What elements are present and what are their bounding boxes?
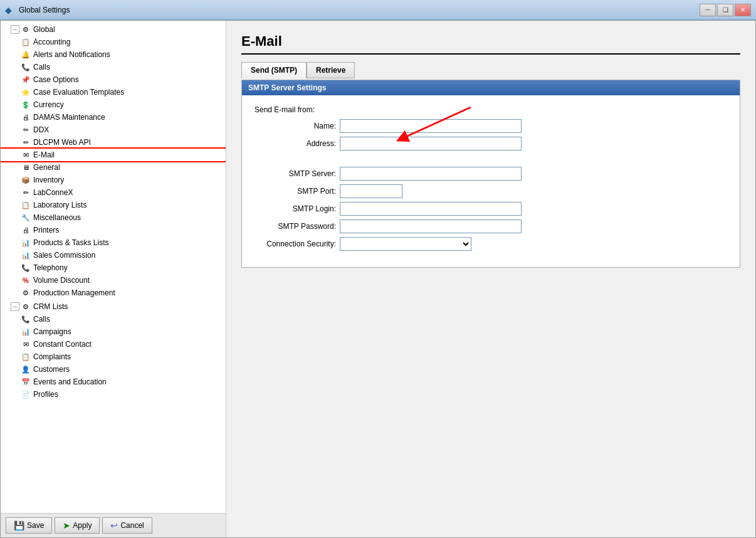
connection-security-label: Connection Security: xyxy=(255,240,336,248)
app-icon: ◆ xyxy=(5,5,15,15)
tree-area[interactable]: ─ ⚙ Global 📋 Accounting 🔔 Alerts and Not… xyxy=(1,21,226,513)
address-row: Address: xyxy=(255,137,727,150)
smtp-login-input[interactable] xyxy=(340,202,522,216)
tree-item-labconnex[interactable]: ✏ LabConneX xyxy=(1,186,226,199)
constant-contact-label: Constant Contact xyxy=(33,340,92,349)
tree-item-alerts[interactable]: 🔔 Alerts and Notifications xyxy=(1,48,226,61)
case-options-icon: 📌 xyxy=(21,75,31,85)
smtp-port-input[interactable] xyxy=(340,184,402,198)
volume-discount-label: Volume Discount xyxy=(33,276,90,285)
email-label: E-Mail xyxy=(33,150,55,159)
cancel-button[interactable]: ↩ Cancel xyxy=(102,517,152,534)
tree-item-case-eval[interactable]: ⭐ Case Evaluation Templates xyxy=(1,86,226,98)
case-eval-label: Case Evaluation Templates xyxy=(33,88,124,97)
tree-item-production-mgmt[interactable]: ⚙ Production Management xyxy=(1,287,226,299)
name-row: Name: xyxy=(255,119,727,133)
tree-item-dlcpm[interactable]: ✏ DLCPM Web API xyxy=(1,136,226,149)
ddx-icon: ✏ xyxy=(21,125,31,135)
telephony-label: Telephony xyxy=(33,263,68,272)
bottom-buttons: 💾 Save ➤ Apply ↩ Cancel xyxy=(1,513,226,537)
tree-item-accounting[interactable]: 📋 Accounting xyxy=(1,36,226,48)
address-input[interactable] xyxy=(340,137,522,150)
name-input[interactable] xyxy=(340,119,522,133)
apply-icon: ➤ xyxy=(63,520,70,530)
tree-item-global[interactable]: ─ ⚙ Global xyxy=(1,23,226,36)
misc-label: Miscellaneous xyxy=(33,213,81,222)
telephony-icon: 📞 xyxy=(21,263,31,273)
tree-item-case-options[interactable]: 📌 Case Options xyxy=(1,73,226,86)
tree-item-customers[interactable]: 👤 Customers xyxy=(1,363,226,376)
tab-retrieve[interactable]: Retrieve xyxy=(307,62,355,78)
tree-item-volume-discount[interactable]: % Volume Discount xyxy=(1,274,226,287)
collapse-icon[interactable]: ─ xyxy=(11,25,19,34)
tree-item-misc[interactable]: 🔧 Miscellaneous xyxy=(1,211,226,224)
inventory-label: Inventory xyxy=(33,176,64,184)
tab-send-smtp[interactable]: Send (SMTP) xyxy=(241,62,307,78)
window-controls: ─ ❑ ✕ xyxy=(700,4,751,16)
tree-item-calls[interactable]: 📞 Calls xyxy=(1,61,226,73)
tree-item-campaigns[interactable]: 📊 Campaigns xyxy=(1,325,226,338)
restore-button[interactable]: ❑ xyxy=(717,4,733,16)
tree-item-damas[interactable]: 🖨 DAMAS Maintenance xyxy=(1,111,226,124)
products-tasks-icon: 📊 xyxy=(21,238,31,248)
calls-icon: 📞 xyxy=(21,62,31,72)
tree-item-ddx[interactable]: ✏ DDX xyxy=(1,124,226,136)
printers-label: Printers xyxy=(33,226,59,235)
tab-retrieve-label: Retrieve xyxy=(316,66,345,75)
tree-item-events[interactable]: 📅 Events and Education xyxy=(1,376,226,388)
customers-icon: 👤 xyxy=(21,364,31,374)
smtp-password-row: SMTP Password: xyxy=(255,219,727,233)
tree-item-constant-contact[interactable]: ✉ Constant Contact xyxy=(1,338,226,351)
apply-button[interactable]: ➤ Apply xyxy=(55,517,100,534)
alerts-icon: 🔔 xyxy=(21,50,31,60)
currency-label: Currency xyxy=(33,100,64,109)
global-icon: ⚙ xyxy=(21,24,31,34)
tree-item-products-tasks[interactable]: 📊 Products & Tasks Lists xyxy=(1,236,226,249)
crm-collapse-icon[interactable]: ─ xyxy=(11,302,19,311)
save-label: Save xyxy=(27,521,44,530)
smtp-header: SMTP Server Settings xyxy=(242,80,740,95)
accounting-label: Accounting xyxy=(33,38,70,46)
minimize-button[interactable]: ─ xyxy=(700,4,716,16)
labconnex-label: LabConneX xyxy=(33,188,73,197)
dlcpm-label: DLCPM Web API xyxy=(33,138,91,147)
smtp-server-input[interactable] xyxy=(340,167,522,181)
case-eval-icon: ⭐ xyxy=(21,87,31,97)
tree-item-inventory[interactable]: 📦 Inventory xyxy=(1,174,226,186)
tree-item-currency[interactable]: 💲 Currency xyxy=(1,98,226,111)
inventory-icon: 📦 xyxy=(21,175,31,185)
profiles-icon: 📄 xyxy=(21,389,31,399)
tree-item-crm-calls[interactable]: 📞 Calls xyxy=(1,313,226,325)
tree-item-telephony[interactable]: 📞 Telephony xyxy=(1,261,226,274)
tree-item-general[interactable]: 🖥 General xyxy=(1,161,226,174)
sales-icon: 📊 xyxy=(21,250,31,260)
right-panel: E-Mail Send (SMTP) Retrieve SMTP Server … xyxy=(226,21,755,537)
tree-item-printers[interactable]: 🖨 Printers xyxy=(1,224,226,236)
tree-item-complaints[interactable]: 📋 Complaints xyxy=(1,351,226,363)
calls-label: Calls xyxy=(33,63,50,71)
smtp-password-input[interactable] xyxy=(340,219,522,233)
save-button[interactable]: 💾 Save xyxy=(6,517,52,534)
send-from-label: Send E-mail from: xyxy=(255,105,727,114)
smtp-port-label: SMTP Port: xyxy=(255,187,336,196)
sales-label: Sales Commission xyxy=(33,251,95,260)
tree-item-profiles[interactable]: 📄 Profiles xyxy=(1,388,226,401)
connection-security-select[interactable]: None SSL/TLS STARTTLS xyxy=(340,237,471,251)
general-icon: 🖥 xyxy=(21,162,31,172)
tree-item-global-label: Global xyxy=(33,25,55,34)
alerts-label: Alerts and Notifications xyxy=(33,50,110,59)
tree-item-sales-commission[interactable]: 📊 Sales Commission xyxy=(1,249,226,261)
tabs-row: Send (SMTP) Retrieve xyxy=(241,62,740,78)
production-mgmt-icon: ⚙ xyxy=(21,288,31,298)
cancel-label: Cancel xyxy=(120,521,144,530)
close-button[interactable]: ✕ xyxy=(735,4,751,16)
tree-item-crm[interactable]: ─ ⚙ CRM Lists xyxy=(1,300,226,313)
smtp-login-label: SMTP Login: xyxy=(255,204,336,213)
complaints-icon: 📋 xyxy=(21,352,31,362)
damas-icon: 🖨 xyxy=(21,112,31,122)
smtp-server-row: SMTP Server: xyxy=(255,167,727,181)
tree-item-email[interactable]: ✉ E-Mail xyxy=(1,149,226,161)
crm-calls-icon: 📞 xyxy=(21,314,31,324)
save-icon: 💾 xyxy=(14,520,24,530)
tree-item-lab-lists[interactable]: 📋 Laboratory Lists xyxy=(1,199,226,211)
